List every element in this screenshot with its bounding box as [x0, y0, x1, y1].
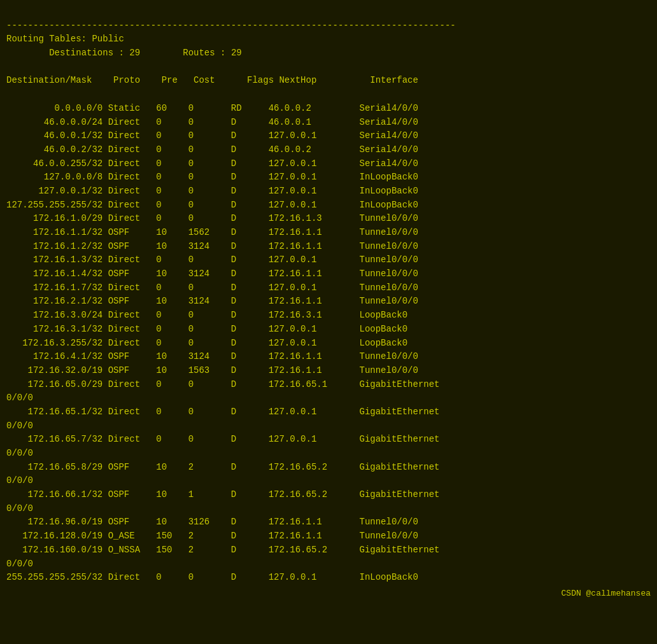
destinations-label: Destinations : 29 — [49, 48, 140, 58]
table-row-continuation: 0/0/0 — [6, 557, 651, 571]
table-row: 46.0.0.255/32 Direct 0 0 D 127.0.0.1 Ser… — [6, 157, 651, 171]
table-row-continuation: 0/0/0 — [6, 447, 651, 461]
separator-line: ----------------------------------------… — [6, 20, 456, 31]
table-row-continuation: 0/0/0 — [6, 474, 651, 488]
routing-table-title: Routing Tables: Public — [6, 34, 124, 44]
table-row: 127.0.0.1/32 Direct 0 0 D 127.0.0.1 InLo… — [6, 185, 651, 199]
routes-label: Routes : 29 — [183, 48, 241, 58]
table-row: 46.0.0.2/32 Direct 0 0 D 46.0.0.2 Serial… — [6, 143, 651, 157]
table-row-continuation: 0/0/0 — [6, 419, 651, 433]
table-row: 172.16.32.0/19 OSPF 10 1563 D 172.16.1.1… — [6, 364, 651, 378]
table-row: 172.16.65.1/32 Direct 0 0 D 127.0.0.1 Gi… — [6, 405, 651, 419]
table-row: 172.16.2.1/32 OSPF 10 3124 D 172.16.1.1 … — [6, 295, 651, 309]
table-row: 172.16.65.7/32 Direct 0 0 D 127.0.0.1 Gi… — [6, 433, 651, 447]
table-row: 127.255.255.255/32 Direct 0 0 D 127.0.0.… — [6, 199, 651, 213]
table-row: 172.16.65.8/29 OSPF 10 2 D 172.16.65.2 G… — [6, 461, 651, 475]
table-row: 172.16.160.0/19 O_NSSA 150 2 D 172.16.65… — [6, 543, 651, 557]
table-row: 172.16.3.1/32 Direct 0 0 D 127.0.0.1 Loo… — [6, 323, 651, 337]
table-row-continuation: 0/0/0 — [6, 391, 651, 405]
routing-table: 0.0.0.0/0 Static 60 0 RD 46.0.0.2 Serial… — [6, 102, 651, 585]
table-row: 172.16.1.0/29 Direct 0 0 D 172.16.1.3 Tu… — [6, 212, 651, 226]
table-row: 172.16.1.3/32 Direct 0 0 D 127.0.0.1 Tun… — [6, 253, 651, 267]
column-headers: Destination/Mask Proto Pre Cost Flags Ne… — [6, 75, 418, 85]
table-row: 172.16.96.0/19 OSPF 10 3126 D 172.16.1.1… — [6, 515, 651, 529]
table-row: 172.16.128.0/19 O_ASE 150 2 D 172.16.1.1… — [6, 529, 651, 543]
table-row: 172.16.1.7/32 Direct 0 0 D 127.0.0.1 Tun… — [6, 281, 651, 295]
table-row: 172.16.66.1/32 OSPF 10 1 D 172.16.65.2 G… — [6, 488, 651, 502]
table-row: 0.0.0.0/0 Static 60 0 RD 46.0.0.2 Serial… — [6, 102, 651, 116]
table-row: 172.16.1.1/32 OSPF 10 1562 D 172.16.1.1 … — [6, 226, 651, 240]
table-row: 172.16.3.0/24 Direct 0 0 D 172.16.3.1 Lo… — [6, 309, 651, 323]
table-row: 127.0.0.0/8 Direct 0 0 D 127.0.0.1 InLoo… — [6, 171, 651, 185]
table-row: 46.0.0.1/32 Direct 0 0 D 127.0.0.1 Seria… — [6, 129, 651, 143]
table-row: 172.16.1.4/32 OSPF 10 3124 D 172.16.1.1 … — [6, 267, 651, 281]
watermark: CSDN @callmehansea — [6, 587, 651, 600]
terminal-output: ----------------------------------------… — [6, 5, 651, 102]
table-row: 172.16.65.0/29 Direct 0 0 D 172.16.65.1 … — [6, 378, 651, 392]
table-row: 255.255.255.255/32 Direct 0 0 D 127.0.0.… — [6, 571, 651, 585]
table-row: 172.16.4.1/32 OSPF 10 3124 D 172.16.1.1 … — [6, 350, 651, 364]
table-row-continuation: 0/0/0 — [6, 502, 651, 516]
table-row: 172.16.1.2/32 OSPF 10 3124 D 172.16.1.1 … — [6, 240, 651, 254]
table-row: 172.16.3.255/32 Direct 0 0 D 127.0.0.1 L… — [6, 337, 651, 351]
table-row: 46.0.0.0/24 Direct 0 0 D 46.0.0.1 Serial… — [6, 116, 651, 130]
